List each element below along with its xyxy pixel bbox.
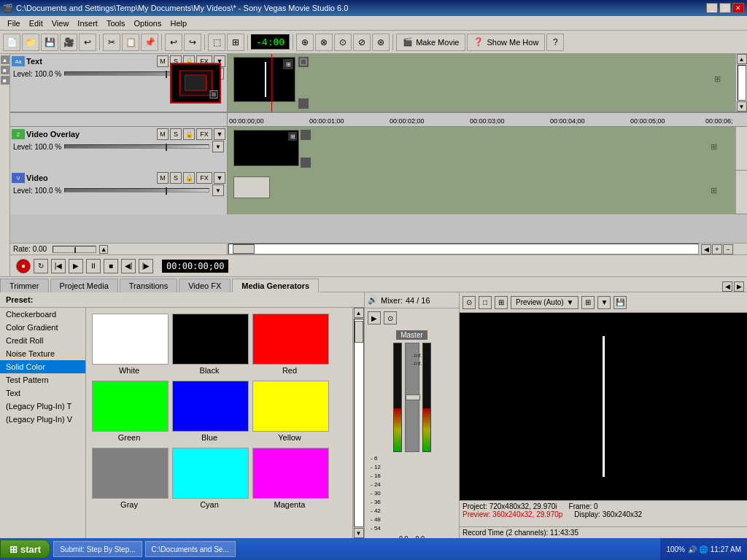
tool3[interactable]: ⊙ (334, 34, 352, 51)
next-frame[interactable]: |▶ (139, 259, 153, 273)
select-button[interactable]: ⬚ (208, 34, 225, 51)
cut-button[interactable]: ✂ (103, 34, 120, 51)
close-button[interactable]: ✕ (732, 3, 744, 13)
undo2-button[interactable]: ↩ (165, 34, 182, 51)
menu-view[interactable]: View (47, 18, 74, 29)
swatch-white-color[interactable] (92, 314, 169, 365)
taskbar-item-2[interactable]: C:\Documents and Se... (145, 541, 236, 557)
show-me-how-button[interactable]: ❓ Show Me How (467, 34, 545, 51)
tool2[interactable]: ⊗ (315, 34, 333, 51)
trim-button[interactable]: ⊞ (227, 34, 244, 51)
track-fader-overlay[interactable] (64, 144, 209, 149)
track-mute-overlay[interactable]: M (157, 128, 169, 140)
tab-video-fx[interactable]: Video FX (179, 279, 231, 292)
scroll-down-1[interactable]: ▼ (737, 101, 747, 112)
swatch-green-color[interactable] (92, 381, 169, 432)
preview-save-btn[interactable]: 💾 (614, 296, 627, 309)
undo-button[interactable]: ↩ (79, 34, 96, 51)
side-icon-3[interactable]: ■ (1, 76, 9, 85)
prev-frame[interactable]: ◀| (121, 259, 136, 273)
track-lock-overlay[interactable]: 🔒 (183, 128, 195, 140)
swatch-white[interactable]: White (89, 311, 169, 378)
track-more-overlay[interactable]: ▼ (214, 128, 225, 140)
gen-scroll-up[interactable]: ▲ (354, 308, 364, 318)
open-button[interactable]: 📁 (22, 34, 39, 51)
make-movie-button[interactable]: 🎬 Make Movie (396, 34, 465, 51)
preview-auto-btn[interactable]: Preview (Auto) ▼ (511, 296, 578, 309)
track-solo-overlay[interactable]: S (170, 128, 182, 140)
render-button[interactable]: 🎥 (60, 34, 77, 51)
h-scroll-track[interactable] (228, 244, 699, 254)
zoom-left[interactable]: ◀ (701, 244, 711, 254)
swatch-magenta-color[interactable] (252, 448, 329, 499)
window-controls[interactable]: _ □ ✕ (706, 3, 744, 13)
clip-extra-icon2[interactable] (298, 98, 309, 109)
swatch-blue-color[interactable] (172, 381, 249, 432)
start-button[interactable]: ⊞ start (0, 540, 50, 559)
preview-grid-btn[interactable]: ⊞ (581, 296, 595, 309)
record-button[interactable]: ● (16, 259, 31, 273)
swatch-green[interactable]: Green (89, 378, 169, 445)
h-scroll-thumb[interactable] (233, 244, 255, 254)
gen-item-test-pattern[interactable]: Test Pattern (0, 373, 85, 386)
swatch-black[interactable]: Black (169, 311, 249, 378)
clip-video[interactable] (233, 176, 270, 198)
side-icon-1[interactable]: ▲ (1, 55, 9, 64)
track-mute-video[interactable]: M (157, 172, 169, 184)
tool4[interactable]: ⊘ (353, 34, 371, 51)
minimize-button[interactable]: _ (706, 3, 718, 13)
menu-edit[interactable]: Edit (25, 18, 47, 29)
swatch-yellow-color[interactable] (252, 381, 329, 432)
new-button[interactable]: 📄 (3, 34, 20, 51)
swatch-gray[interactable]: Gray (89, 445, 169, 512)
swatch-yellow[interactable]: Yellow (249, 378, 330, 445)
side-icon-2[interactable]: ■ (1, 66, 9, 74)
tab-transitions[interactable]: Transitions (120, 279, 177, 292)
redo-button[interactable]: ↪ (184, 34, 201, 51)
preview-btn-2[interactable]: □ (479, 296, 492, 309)
track-mute-text[interactable]: M (157, 55, 169, 67)
track-vol-overlay[interactable]: ▼ (212, 141, 224, 152)
swatch-red[interactable]: Red (249, 311, 330, 378)
tool5[interactable]: ⊛ (372, 34, 390, 51)
tab-project-media[interactable]: Project Media (50, 279, 118, 292)
rate-arrow[interactable]: ▲ (99, 245, 108, 254)
stop-button[interactable]: ■ (104, 259, 118, 273)
gen-item-legacy2[interactable]: (Legacy Plug-In) V (0, 413, 85, 426)
copy-button[interactable]: 📋 (122, 34, 139, 51)
rate-slider[interactable] (53, 246, 96, 253)
gen-item-color-gradient[interactable]: Color Gradient (0, 321, 85, 334)
play-from-start[interactable]: |◀ (51, 259, 66, 273)
menu-tools[interactable]: Tools (102, 18, 130, 29)
gen-scroll-track[interactable] (354, 319, 364, 527)
clip-text[interactable]: ⊞ (233, 57, 295, 102)
mixer-btn-1[interactable]: ▶ (368, 311, 381, 324)
swatch-blue[interactable]: Blue (169, 378, 249, 445)
swatch-cyan[interactable]: Cyan (169, 445, 249, 512)
taskbar-item-1[interactable]: Submit: Step By Step... (53, 541, 142, 557)
track-lock-video[interactable]: 🔒 (183, 172, 195, 184)
clip-extra-icon[interactable] (298, 57, 309, 67)
gen-item-credit-roll[interactable]: Credit Roll (0, 334, 85, 347)
gen-item-solid-color[interactable]: Solid Color (0, 360, 85, 373)
paste-button[interactable]: 📌 (141, 34, 158, 51)
play-button[interactable]: ▶ (69, 259, 83, 273)
track-expand-text[interactable] (209, 90, 218, 100)
gen-item-noise-texture[interactable]: Noise Texture (0, 347, 85, 360)
maximize-button[interactable]: □ (719, 3, 731, 13)
swatch-black-color[interactable] (172, 314, 249, 365)
gen-scroll-thumb[interactable] (355, 321, 363, 343)
clip-extra3[interactable] (301, 130, 311, 140)
menu-help[interactable]: Help (166, 18, 191, 29)
tool1[interactable]: ⊕ (296, 34, 314, 51)
track-more-video[interactable]: ▼ (214, 172, 225, 184)
tab-next[interactable]: ▶ (734, 281, 744, 292)
clip-extra4[interactable] (301, 158, 311, 168)
tab-prev[interactable]: ◀ (722, 281, 732, 292)
fader-knob-master[interactable] (406, 394, 420, 400)
mixer-btn-2[interactable]: ⊙ (384, 311, 397, 324)
gen-scroll-down[interactable]: ▼ (354, 528, 364, 538)
gen-item-legacy1[interactable]: (Legacy Plug-In) T (0, 400, 85, 413)
track-fader-video[interactable] (64, 188, 209, 192)
swatch-red-color[interactable] (252, 314, 329, 365)
